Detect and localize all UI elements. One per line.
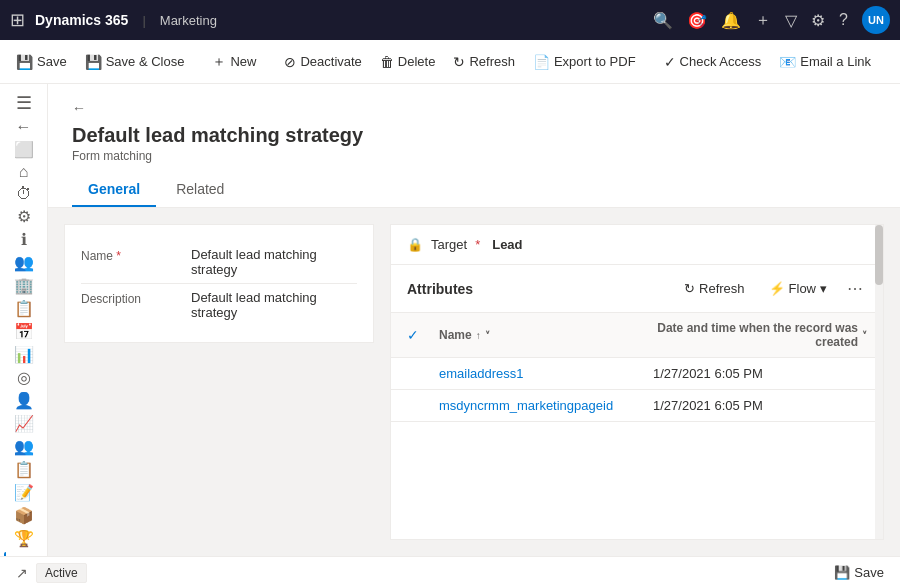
description-field-value[interactable]: Default lead matching strategy: [191, 290, 357, 320]
date-col-label: Date and time when the record was create…: [653, 321, 858, 349]
sidebar-recent[interactable]: ⏱: [4, 185, 44, 203]
row1-date: 1/27/2021 6:05 PM: [653, 366, 867, 381]
delete-button[interactable]: 🗑 Delete: [372, 46, 444, 78]
check-access-icon: ✓: [664, 54, 676, 70]
row2-link[interactable]: msdyncrmm_marketingpageid: [439, 398, 613, 413]
refresh-icon: ↻: [453, 54, 465, 70]
page-subtitle: Form matching: [72, 149, 876, 163]
attrs-flow-icon: ⚡: [769, 281, 785, 296]
search-icon[interactable]: 🔍: [653, 11, 673, 30]
sidebar-info[interactable]: ℹ: [4, 230, 44, 249]
form-area: Name * Default lead matching strategy De…: [48, 208, 900, 556]
scrollbar-thumb[interactable]: [875, 225, 883, 285]
sidebar-table[interactable]: 📋: [4, 460, 44, 479]
sidebar-accounts[interactable]: 🏢: [4, 276, 44, 295]
status-bar: ↗ Active 💾 Save: [0, 556, 900, 588]
sidebar-contacts[interactable]: 👥: [4, 253, 44, 272]
help-icon[interactable]: ?: [839, 11, 848, 29]
sidebar-calendar[interactable]: 📅: [4, 322, 44, 341]
tab-general[interactable]: General: [72, 173, 156, 207]
sidebar-customers[interactable]: 👤: [4, 391, 44, 410]
email-link-button[interactable]: 📧 Email a Link: [771, 46, 879, 78]
status-save-label: Save: [854, 565, 884, 580]
sidebar-chart[interactable]: 📈: [4, 414, 44, 433]
name-field-label: Name *: [81, 247, 191, 263]
right-panel: 🔒 Target * Lead Attributes ↻ Refresh ⚡: [390, 224, 884, 540]
sidebar-matching[interactable]: ↗: [4, 552, 44, 556]
main-layout: ☰ ← ⬜ ⌂ ⏱ ⚙ ℹ 👥 🏢 📋 📅 📊 ◎ 👤 📈 👥 📋 📝 📦 🏆 …: [0, 84, 900, 556]
apps-icon[interactable]: ⊞: [10, 9, 25, 31]
check-access-label: Check Access: [680, 54, 762, 69]
export-icon: 📄: [533, 54, 550, 70]
tabs: General Related: [72, 173, 876, 207]
name-field-row: Name * Default lead matching strategy: [81, 241, 357, 284]
header-check-icon[interactable]: ✓: [407, 327, 419, 343]
sidebar-settings-gear[interactable]: ⚙: [4, 207, 44, 226]
attributes-actions: ↻ Refresh ⚡ Flow ▾ ⋯: [676, 275, 867, 302]
page-header: ← Default lead matching strategy Form ma…: [48, 84, 900, 208]
target-icon[interactable]: 🎯: [687, 11, 707, 30]
page-nav: ←: [72, 100, 876, 116]
filter-icon[interactable]: ▽: [785, 11, 797, 30]
sidebar-back[interactable]: ←: [4, 118, 44, 136]
new-label: New: [230, 54, 256, 69]
bell-icon[interactable]: 🔔: [721, 11, 741, 30]
attrs-flow-button[interactable]: ⚡ Flow ▾: [761, 277, 835, 300]
lock-icon: 🔒: [407, 237, 423, 252]
date-sort-dropdown-icon[interactable]: ˅: [862, 330, 867, 341]
sidebar-leads[interactable]: 📋: [4, 299, 44, 318]
refresh-label: Refresh: [469, 54, 515, 69]
back-button[interactable]: ←: [72, 100, 86, 116]
save-button[interactable]: 💾 Save: [8, 46, 75, 78]
expand-icon[interactable]: ↗: [16, 565, 28, 581]
sidebar-home[interactable]: ⌂: [4, 163, 44, 181]
left-panel: Name * Default lead matching strategy De…: [64, 224, 374, 343]
attrs-more-icon[interactable]: ⋯: [843, 275, 867, 302]
sidebar-tablet[interactable]: ⬜: [4, 140, 44, 159]
save-close-button[interactable]: 💾 Save & Close: [77, 46, 193, 78]
main-content: ← Default lead matching strategy Form ma…: [48, 84, 900, 556]
sidebar-awards[interactable]: 🏆: [4, 529, 44, 548]
target-header: 🔒 Target * Lead: [391, 225, 883, 265]
th-date: Date and time when the record was create…: [653, 321, 867, 349]
name-field-value[interactable]: Default lead matching strategy: [191, 247, 357, 277]
attributes-label: Attributes: [407, 281, 473, 297]
sidebar-assets[interactable]: 📦: [4, 506, 44, 525]
sidebar-hamburger[interactable]: ☰: [4, 92, 44, 114]
sidebar-users[interactable]: 👥: [4, 437, 44, 456]
export-label: Export to PDF: [554, 54, 636, 69]
attributes-table: ✓ Name ↑ ˅ Date and time when the record…: [391, 313, 883, 539]
row1-link[interactable]: emailaddress1: [439, 366, 524, 381]
top-nav: ⊞ Dynamics 365 | Marketing 🔍 🎯 🔔 ＋ ▽ ⚙ ?…: [0, 0, 900, 40]
add-icon[interactable]: ＋: [755, 10, 771, 31]
sidebar-docs[interactable]: 📝: [4, 483, 44, 502]
row2-name: msdyncrmm_marketingpageid: [439, 398, 653, 413]
name-sort-dropdown-icon[interactable]: ˅: [485, 330, 490, 341]
brand-name: Dynamics 365: [35, 12, 128, 28]
new-button[interactable]: ＋ New: [204, 46, 264, 78]
flow-button[interactable]: ⚡ Flow ▾: [891, 46, 900, 78]
refresh-button[interactable]: ↻ Refresh: [445, 46, 523, 78]
status-save-button[interactable]: 💾 Save: [834, 565, 884, 580]
table-row: msdyncrmm_marketingpageid 1/27/2021 6:05…: [391, 390, 883, 422]
target-value: Lead: [492, 237, 522, 252]
page-title: Default lead matching strategy: [72, 124, 876, 147]
scrollbar-track[interactable]: [875, 225, 883, 539]
name-sort-asc-icon[interactable]: ↑: [476, 330, 481, 341]
avatar[interactable]: UN: [862, 6, 890, 34]
deactivate-button[interactable]: ⊘ Deactivate: [276, 46, 369, 78]
export-button[interactable]: 📄 Export to PDF: [525, 46, 644, 78]
sidebar-analytics[interactable]: 📊: [4, 345, 44, 364]
settings-icon[interactable]: ⚙: [811, 11, 825, 30]
save-label: Save: [37, 54, 67, 69]
sidebar-segments[interactable]: ◎: [4, 368, 44, 387]
attrs-refresh-button[interactable]: ↻ Refresh: [676, 277, 753, 300]
delete-label: Delete: [398, 54, 436, 69]
save-close-label: Save & Close: [106, 54, 185, 69]
email-link-label: Email a Link: [800, 54, 871, 69]
attrs-refresh-icon: ↻: [684, 281, 695, 296]
deactivate-label: Deactivate: [300, 54, 361, 69]
tab-related[interactable]: Related: [160, 173, 240, 207]
check-access-button[interactable]: ✓ Check Access: [656, 46, 770, 78]
module-name: Marketing: [160, 13, 217, 28]
